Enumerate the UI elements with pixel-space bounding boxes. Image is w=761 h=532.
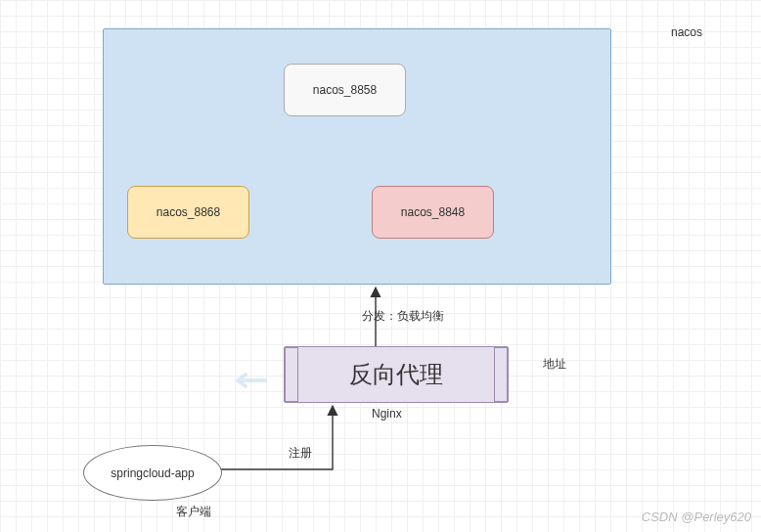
node-nacos-8848: nacos_8848 — [372, 186, 494, 239]
edge-app-to-nginx — [220, 406, 333, 469]
label-register: 注册 — [289, 445, 312, 462]
nginx-box: 反向代理 — [284, 346, 509, 403]
nacos-cluster-label: nacos — [671, 25, 702, 39]
node-nacos-8848-label: nacos_8848 — [401, 205, 465, 219]
nginx-sublabel: Nginx — [372, 407, 402, 421]
node-nacos-8858-label: nacos_8858 — [313, 83, 377, 97]
nginx-handle-right — [494, 347, 508, 402]
nginx-title: 反向代理 — [349, 359, 443, 390]
nginx-handle-left — [285, 347, 298, 402]
node-nacos-8868: nacos_8868 — [127, 186, 249, 239]
node-nacos-8858: nacos_8858 — [284, 64, 406, 116]
faint-left-arrow-icon — [230, 372, 269, 389]
springcloud-app-node: springcloud-app — [83, 445, 222, 501]
springcloud-app-label: springcloud-app — [111, 466, 194, 480]
watermark: CSDN @Perley620 — [642, 510, 751, 524]
label-dispatch: 分发：负载均衡 — [362, 308, 444, 325]
node-nacos-8868-label: nacos_8868 — [157, 205, 220, 219]
label-client: 客户端 — [176, 504, 211, 520]
label-address: 地址 — [543, 356, 566, 373]
